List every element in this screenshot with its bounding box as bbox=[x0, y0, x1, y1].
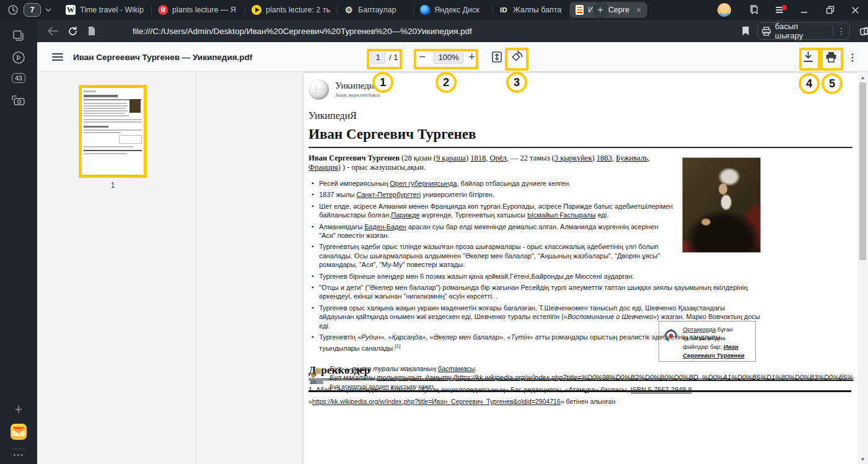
tab-active-pdf[interactable]: Иван Сергееви × bbox=[569, 2, 647, 18]
stub-person-icon bbox=[310, 367, 323, 384]
wikipedia-globe-icon bbox=[309, 79, 329, 100]
bullet-item: Ресей империясының Орел губерниясында, б… bbox=[319, 179, 761, 188]
url-text[interactable]: file:///C:/Users/Admin/Desktop/Иван%20Се… bbox=[133, 20, 472, 42]
print-page-button[interactable]: басып шығару ⋮ bbox=[757, 22, 850, 40]
commons-text: Ортаққорда бұған қатысты медиа файлдар б… bbox=[683, 325, 752, 360]
sidebar-rail: 43 + ••• bbox=[0, 20, 37, 464]
tab-plants-lecture-video[interactable]: plants lecture: 2 ть bbox=[245, 0, 337, 20]
bookmark-flag-icon[interactable] bbox=[737, 20, 753, 42]
yandex-icon: Я bbox=[158, 5, 168, 15]
thumbnail-page-number: 1 bbox=[79, 181, 147, 190]
add-panel-plus-icon[interactable]: + bbox=[0, 401, 37, 418]
bullet-item: Алманиядағы Баден-Баден арасан суы бар е… bbox=[319, 222, 761, 240]
bullet-item: Шет елде, әсіресе Алмания менен Францияд… bbox=[319, 202, 761, 220]
tab-label: Яндекс Диск bbox=[434, 6, 480, 14]
commons-infobox: Ортаққорда бұған қатысты медиа файлдар б… bbox=[659, 321, 756, 362]
pdf-more-kebab-icon[interactable]: ⋮ bbox=[848, 42, 857, 72]
tab-label: Баптаулар bbox=[358, 6, 397, 14]
annotation-box-2-zoom-controls bbox=[414, 49, 478, 69]
pdf-menu-hamburger-icon[interactable] bbox=[52, 42, 63, 72]
thumbnail-panel: 1 bbox=[37, 72, 196, 464]
site-name-line: УикипедиЯ bbox=[309, 110, 857, 121]
print-label: басып шығару bbox=[775, 22, 828, 40]
tab-list-chevron-icon[interactable] bbox=[43, 0, 53, 20]
annotation-label-5: 5 bbox=[822, 73, 843, 94]
fit-to-page-button[interactable] bbox=[491, 42, 503, 72]
retrieved-from-line: «https://kk.wikipedia.org/w/index.php?ti… bbox=[309, 398, 615, 405]
video-play-icon bbox=[252, 5, 261, 15]
scroll-up-icon[interactable]: ▲ bbox=[857, 73, 868, 82]
video-player-icon[interactable] bbox=[0, 51, 37, 64]
tab-counter-badge[interactable]: 7 bbox=[24, 3, 41, 17]
annotation-box-4-download bbox=[799, 48, 820, 71]
annotation-box-3-rotate bbox=[505, 48, 528, 71]
tab-count-badge-icon[interactable]: 43 bbox=[0, 73, 37, 83]
printer-icon bbox=[761, 27, 771, 36]
tab-groups-icon[interactable] bbox=[856, 20, 868, 42]
screen-capture-icon[interactable] bbox=[0, 94, 37, 107]
titlebar: 7 W Time travel - Wikip Я plants lecture… bbox=[0, 0, 868, 20]
new-tab-button[interactable]: + bbox=[592, 2, 608, 18]
button-divider bbox=[833, 26, 833, 36]
tab-label: plants lecture: 2 ть bbox=[266, 6, 330, 14]
reload-icon[interactable] bbox=[64, 20, 81, 42]
back-icon[interactable] bbox=[45, 20, 61, 42]
annotation-label-1: 1 bbox=[372, 72, 393, 93]
vertical-scrollbar[interactable]: ▲ ▼ bbox=[857, 72, 868, 464]
close-window-button[interactable] bbox=[848, 0, 862, 20]
pdf-page: УикипедиЯ Ашық энциклопедиясы УикипедиЯ … bbox=[304, 73, 857, 464]
tab-yandex-disk[interactable]: Яндекс Диск bbox=[414, 0, 492, 20]
history-clock-icon[interactable] bbox=[5, 0, 21, 20]
article-title: Иван Сергеевич Тургенев bbox=[309, 126, 853, 148]
bullet-item: "Отцы и дети" ("Әкелер мен балалар") ром… bbox=[319, 283, 761, 301]
annotation-box-1-page-counter bbox=[367, 49, 402, 69]
tab-general-settings[interactable]: ID Жалпы баптаулар bbox=[493, 0, 568, 20]
gear-icon: ⚙ bbox=[344, 5, 354, 15]
annotation-label-4: 4 bbox=[799, 73, 820, 94]
id-icon: ID bbox=[499, 5, 509, 15]
tab-label: plants lecture — Я bbox=[172, 6, 236, 14]
print-options-kebab-icon[interactable]: ⋮ bbox=[837, 26, 846, 36]
stub-notice: Бұл — тұлға туралы мақаланың бастамасы. … bbox=[309, 364, 856, 390]
browser-window: 7 W Time travel - Wikip Я plants lecture… bbox=[0, 0, 868, 464]
pdf-viewer-area: 1 УикипедиЯ Ашық энциклопедиясы Уикипеди… bbox=[37, 72, 868, 464]
tab-plants-lecture-search[interactable]: Я plants lecture — Я bbox=[152, 0, 245, 20]
wikipedia-tagline: Ашық энциклопедиясы bbox=[335, 92, 380, 98]
stub-line-3: Бұл ескертуді дәлдеп ауыстыру қажет. bbox=[330, 383, 856, 390]
wikimedia-commons-icon bbox=[664, 328, 678, 343]
scrollbar-thumb[interactable] bbox=[859, 82, 866, 260]
wikipedia-icon: W bbox=[66, 5, 76, 15]
close-tab-icon[interactable]: × bbox=[636, 5, 641, 15]
file-page-icon[interactable] bbox=[84, 20, 99, 42]
stub-line-1: Бұл — тұлға туралы мақаланың бастамасы. bbox=[330, 364, 854, 373]
yandex-disk-icon bbox=[420, 5, 430, 15]
rail-more-dots-icon[interactable]: ••• bbox=[0, 451, 37, 458]
collections-bookmark-icon[interactable] bbox=[747, 0, 762, 20]
bullet-item: 1837 жылы Санкт-Петербургтегі университе… bbox=[319, 190, 761, 199]
thumbnail-portrait-block bbox=[129, 99, 141, 113]
minimize-button[interactable] bbox=[797, 0, 812, 20]
annotation-label-2: 2 bbox=[436, 72, 457, 93]
footer-rule bbox=[309, 390, 851, 392]
yandex-mail-icon[interactable] bbox=[0, 424, 37, 440]
tabs-strip: W Time travel - Wikip Я plants lecture —… bbox=[59, 0, 649, 20]
scroll-down-icon[interactable]: ▼ bbox=[857, 455, 868, 463]
tab-time-travel[interactable]: W Time travel - Wikip bbox=[59, 0, 151, 20]
browser-menu-icon[interactable] bbox=[773, 0, 788, 20]
tab-settings[interactable]: ⚙ Баптаулар bbox=[338, 0, 413, 20]
page-thumbnail[interactable] bbox=[79, 85, 147, 178]
pdf-file-icon bbox=[576, 5, 584, 15]
tab-label: Time travel - Wikip bbox=[80, 6, 144, 14]
rail-divider bbox=[11, 449, 26, 449]
annotation-label-3: 3 bbox=[506, 72, 527, 93]
profile-avatar[interactable] bbox=[717, 3, 731, 17]
addressbar: file:///C:/Users/Admin/Desktop/Иван%20Се… bbox=[37, 20, 868, 42]
bullet-item: Тургеневтың әдеби орыс тілінде жазылған … bbox=[319, 242, 761, 269]
tab-label: Жалпы баптаулар bbox=[513, 6, 562, 14]
panels-icon[interactable] bbox=[0, 30, 37, 42]
pdf-document-title: Иван Сергеевич Тургенев — Уикипедия.pdf bbox=[73, 42, 252, 72]
annotation-box-5-print bbox=[820, 48, 843, 71]
notification-dot bbox=[782, 5, 787, 10]
bullet-item: Тургенев бірнеше өлеңдер мен 6 поэма жаз… bbox=[319, 272, 761, 281]
restore-window-button[interactable] bbox=[823, 0, 838, 20]
